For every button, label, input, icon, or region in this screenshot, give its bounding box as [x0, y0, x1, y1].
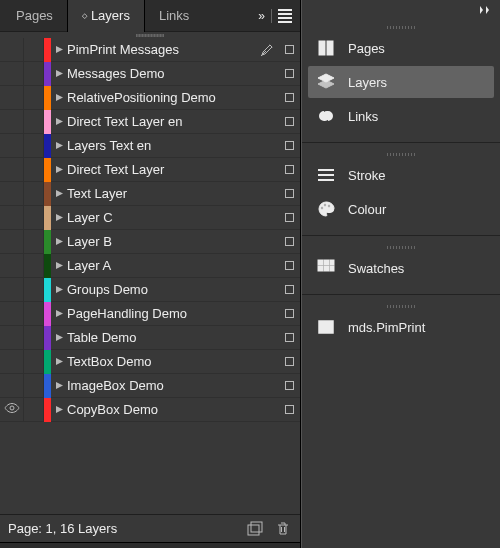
- tab-links[interactable]: Links: [145, 0, 203, 32]
- disclosure-arrow-icon[interactable]: [51, 310, 67, 317]
- resize-bar[interactable]: [0, 542, 300, 548]
- layer-row[interactable]: Direct Text Layer en: [0, 110, 300, 134]
- new-layer-button[interactable]: [246, 520, 264, 538]
- selection-indicator[interactable]: [278, 405, 300, 414]
- disclosure-arrow-icon[interactable]: [51, 94, 67, 101]
- lock-toggle[interactable]: [24, 110, 44, 133]
- collapse-chevrons-icon[interactable]: »: [258, 9, 265, 23]
- layer-row[interactable]: PimPrint Messages: [0, 38, 300, 62]
- disclosure-arrow-icon[interactable]: [51, 262, 67, 269]
- layer-row[interactable]: TextBox Demo: [0, 350, 300, 374]
- lock-toggle[interactable]: [24, 254, 44, 277]
- disclosure-arrow-icon[interactable]: [51, 238, 67, 245]
- visibility-toggle[interactable]: [0, 326, 24, 349]
- disclosure-arrow-icon[interactable]: [51, 286, 67, 293]
- selection-indicator[interactable]: [278, 285, 300, 294]
- layer-row[interactable]: Layer A: [0, 254, 300, 278]
- tab-layers[interactable]: ◇Layers: [67, 0, 145, 32]
- expand-dock-icon[interactable]: [480, 6, 500, 14]
- lock-toggle[interactable]: [24, 206, 44, 229]
- layer-row[interactable]: ImageBox Demo: [0, 374, 300, 398]
- visibility-toggle[interactable]: [0, 134, 24, 157]
- lock-toggle[interactable]: [24, 398, 44, 421]
- layer-row[interactable]: Groups Demo: [0, 278, 300, 302]
- dock-group-grip[interactable]: [302, 303, 500, 309]
- lock-toggle[interactable]: [24, 86, 44, 109]
- selection-indicator[interactable]: [278, 333, 300, 342]
- layer-row[interactable]: Direct Text Layer: [0, 158, 300, 182]
- layer-row[interactable]: Layers Text en: [0, 134, 300, 158]
- dock-item-layers[interactable]: Layers: [308, 66, 494, 98]
- dock-group-grip[interactable]: [302, 244, 500, 250]
- visibility-toggle[interactable]: [0, 350, 24, 373]
- lock-toggle[interactable]: [24, 326, 44, 349]
- selection-indicator[interactable]: [278, 165, 300, 174]
- lock-toggle[interactable]: [24, 230, 44, 253]
- disclosure-arrow-icon[interactable]: [51, 214, 67, 221]
- selection-indicator[interactable]: [278, 189, 300, 198]
- dock-item-colour[interactable]: Colour: [308, 193, 494, 225]
- lock-toggle[interactable]: [24, 38, 44, 61]
- layer-row[interactable]: PageHandling Demo: [0, 302, 300, 326]
- selection-indicator[interactable]: [278, 381, 300, 390]
- visibility-toggle[interactable]: [0, 62, 24, 85]
- disclosure-arrow-icon[interactable]: [51, 382, 67, 389]
- selection-indicator[interactable]: [278, 309, 300, 318]
- selection-indicator[interactable]: [278, 237, 300, 246]
- selection-indicator[interactable]: [278, 117, 300, 126]
- visibility-toggle[interactable]: [0, 374, 24, 397]
- lock-toggle[interactable]: [24, 278, 44, 301]
- dock-item-pages[interactable]: Pages: [308, 32, 494, 64]
- layer-row[interactable]: CopyBox Demo: [0, 398, 300, 422]
- lock-toggle[interactable]: [24, 182, 44, 205]
- disclosure-arrow-icon[interactable]: [51, 406, 67, 413]
- selection-indicator[interactable]: [278, 213, 300, 222]
- visibility-toggle[interactable]: [0, 230, 24, 253]
- layer-row[interactable]: Layer B: [0, 230, 300, 254]
- visibility-toggle[interactable]: [0, 206, 24, 229]
- visibility-toggle[interactable]: [0, 38, 24, 61]
- dock-item-stroke[interactable]: Stroke: [308, 159, 494, 191]
- visibility-toggle[interactable]: [0, 86, 24, 109]
- delete-layer-button[interactable]: [274, 520, 292, 538]
- lock-toggle[interactable]: [24, 302, 44, 325]
- layer-row[interactable]: RelativePositioning Demo: [0, 86, 300, 110]
- lock-toggle[interactable]: [24, 158, 44, 181]
- selection-indicator[interactable]: [278, 69, 300, 78]
- dock-group-grip[interactable]: [302, 24, 500, 30]
- disclosure-arrow-icon[interactable]: [51, 358, 67, 365]
- visibility-toggle[interactable]: [0, 158, 24, 181]
- dock-item-swatches[interactable]: Swatches: [308, 252, 494, 284]
- dock-item-links[interactable]: Links: [308, 100, 494, 132]
- disclosure-arrow-icon[interactable]: [51, 118, 67, 125]
- lock-toggle[interactable]: [24, 62, 44, 85]
- lock-toggle[interactable]: [24, 134, 44, 157]
- disclosure-arrow-icon[interactable]: [51, 166, 67, 173]
- visibility-toggle[interactable]: [0, 254, 24, 277]
- panel-menu-icon[interactable]: [278, 9, 292, 23]
- visibility-toggle[interactable]: [0, 398, 24, 421]
- visibility-toggle[interactable]: [0, 182, 24, 205]
- layer-row[interactable]: Layer C: [0, 206, 300, 230]
- dock-item-mds-pimprint[interactable]: mds.PimPrint: [308, 311, 494, 343]
- dock-group-grip[interactable]: [302, 151, 500, 157]
- layer-row[interactable]: Table Demo: [0, 326, 300, 350]
- disclosure-arrow-icon[interactable]: [51, 334, 67, 341]
- lock-toggle[interactable]: [24, 350, 44, 373]
- layer-row[interactable]: Messages Demo: [0, 62, 300, 86]
- visibility-toggle[interactable]: [0, 302, 24, 325]
- layer-row[interactable]: Text Layer: [0, 182, 300, 206]
- disclosure-arrow-icon[interactable]: [51, 46, 67, 53]
- selection-indicator[interactable]: [278, 45, 300, 54]
- disclosure-arrow-icon[interactable]: [51, 142, 67, 149]
- lock-toggle[interactable]: [24, 374, 44, 397]
- visibility-toggle[interactable]: [0, 278, 24, 301]
- selection-indicator[interactable]: [278, 261, 300, 270]
- selection-indicator[interactable]: [278, 93, 300, 102]
- disclosure-arrow-icon[interactable]: [51, 190, 67, 197]
- selection-indicator[interactable]: [278, 141, 300, 150]
- visibility-toggle[interactable]: [0, 110, 24, 133]
- tab-pages[interactable]: Pages: [2, 0, 67, 32]
- selection-indicator[interactable]: [278, 357, 300, 366]
- disclosure-arrow-icon[interactable]: [51, 70, 67, 77]
